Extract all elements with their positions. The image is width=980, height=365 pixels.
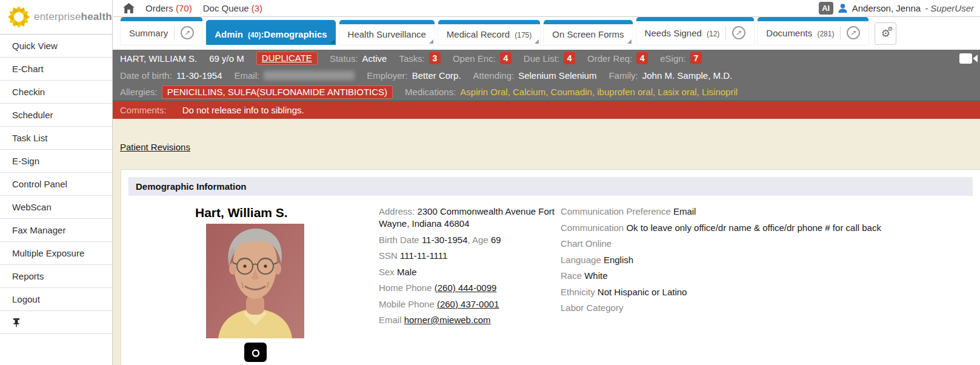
detail-row: SSN 111-11-1111	[379, 250, 561, 262]
tab-label: On Screen Forms	[552, 29, 624, 39]
top-nav: Orders (70) Doc Queue (3) AI Anderson, J…	[113, 0, 980, 17]
detail-label: Communication	[561, 223, 626, 233]
order-req-badge: 4	[636, 52, 648, 64]
sidebar-pin-toggle[interactable]	[0, 311, 112, 334]
sidebar-item-task-list[interactable]: Task List	[0, 127, 112, 150]
detail-label: Home Phone	[379, 283, 435, 293]
sidebar-item-quick-view[interactable]: Quick View	[0, 35, 112, 58]
pin-icon	[12, 318, 21, 327]
detail-label: Chart Online	[561, 238, 612, 249]
medications-list: Aspirin Oral, Calcium, Coumadin, ibuprof…	[460, 87, 738, 97]
detail-link[interactable]: horner@mieweb.com	[404, 315, 491, 325]
sidebar-item-fax-manager[interactable]: Fax Manager	[0, 219, 112, 242]
medication-link[interactable]: Aspirin Oral	[460, 87, 507, 97]
user-menu[interactable]: AI Anderson, Jenna - SuperUser	[819, 2, 974, 15]
detail-label: SSN	[379, 250, 400, 261]
detail-row: Birth Date 11-30-1954, Age 69	[379, 234, 561, 246]
detail-row: Chart Online	[561, 238, 980, 250]
detail-value: English	[604, 255, 633, 265]
section-header: Demographic Information	[128, 177, 973, 196]
allergies-field: Allergies: PENICILLINS, SULFA(SULFONAMID…	[120, 85, 393, 99]
detail-value: Ok to leave only office/dr name & office…	[626, 223, 881, 233]
details-column-left: Address: 2300 Commonwealth Avenue Fort W…	[379, 206, 561, 362]
sidebar-item-logout[interactable]: Logout	[0, 288, 112, 311]
detail-row: Email horner@mieweb.com	[379, 314, 561, 326]
tab-label: Admin (40):Demographics	[215, 29, 327, 39]
detail-link[interactable]: (260) 437-0001	[437, 299, 499, 309]
doc-queue-count: (3)	[252, 3, 262, 13]
sidebar-item-e-sign[interactable]: E-Sign	[0, 150, 112, 173]
detail-row: Language English	[561, 254, 980, 266]
order-req-counter[interactable]: Order Req: 4	[587, 52, 648, 64]
tab-health-surveillance[interactable]: Health Surveillance	[339, 20, 435, 45]
documents-popout-button[interactable]: ↗	[840, 26, 860, 39]
tab-settings-button[interactable]: ⚙ ⚙	[875, 22, 896, 45]
update-photo-button[interactable]	[244, 343, 267, 362]
detail-row: Labor Category	[561, 302, 980, 314]
medication-link[interactable]: Lasix oral	[658, 87, 696, 97]
duplicate-flag[interactable]: DUPLICATE	[256, 52, 318, 65]
tab-admin-demographics[interactable]: Admin (40):Demographics	[206, 20, 335, 45]
demographics-card: Demographic Information Hart, William S.	[121, 169, 980, 365]
video-call-icon[interactable]	[959, 53, 978, 64]
open-enc-counter[interactable]: Open Enc: 4	[453, 52, 512, 64]
patient-revisions-link[interactable]: Patient Revisions	[120, 142, 190, 152]
detail-label: Labor Category	[561, 303, 623, 313]
summary-popout-button[interactable]: ↗	[174, 26, 194, 39]
popout-arrow-icon: ↗	[184, 28, 190, 37]
user-icon	[838, 3, 848, 13]
sidebar: Quick View E-Chart Checkin Scheduler Tas…	[0, 35, 113, 365]
user-name: Anderson, Jenna	[852, 3, 921, 13]
patient-photo[interactable]	[206, 224, 304, 338]
patient-age-sex: 69 y/o M	[209, 53, 244, 64]
esign-counter[interactable]: eSign: 7	[660, 52, 702, 64]
medication-link[interactable]: Coumadin	[551, 87, 592, 97]
tab-dropdown-notch	[330, 39, 335, 44]
allergies-alert[interactable]: PENICILLINS, SULFA(SULFONAMIDE ANTIBIOTI…	[162, 85, 393, 99]
email-field: Email:	[235, 70, 355, 81]
needs-signed-popout-button[interactable]: ↗	[725, 26, 745, 39]
nav-doc-queue[interactable]: Doc Queue (3)	[203, 3, 262, 13]
sidebar-item-e-chart[interactable]: E-Chart	[0, 58, 112, 81]
details-column-right: Communication Preference EmailCommunicat…	[561, 206, 980, 362]
sidebar-item-control-panel[interactable]: Control Panel	[0, 173, 112, 196]
sidebar-item-multiple-exposure[interactable]: Multiple Exposure	[0, 242, 112, 265]
tab-documents[interactable]: Documents (281) ↗	[758, 17, 868, 45]
dob-field: Date of birth: 11-30-1954	[120, 70, 222, 81]
tasks-badge: 3	[429, 52, 441, 64]
tab-summary[interactable]: Summary ↗	[121, 17, 202, 45]
tab-needs-signed[interactable]: Needs Signed (12) ↗	[636, 17, 755, 45]
nav-orders[interactable]: Orders (70)	[145, 3, 192, 13]
medication-link[interactable]: Lisinopril	[702, 87, 738, 97]
detail-value: Not Hispanic or Latino	[598, 287, 687, 297]
home-icon[interactable]	[123, 3, 135, 13]
tab-label: Summary	[129, 28, 168, 38]
open-enc-badge: 4	[500, 52, 512, 64]
detail-row: Ethnicity Not Hispanic or Latino	[561, 286, 980, 298]
photo-column: Hart, William S.	[194, 206, 379, 362]
detail-label: Sex	[379, 267, 397, 277]
detail-label: Email	[379, 315, 404, 325]
sidebar-item-webscan[interactable]: WebScan	[0, 196, 112, 219]
sidebar-item-checkin[interactable]: Checkin	[0, 81, 112, 104]
tab-label: Medical Record (175)	[447, 29, 532, 39]
medication-link[interactable]: ibuprofen oral	[597, 87, 653, 97]
tab-on-screen-forms[interactable]: On Screen Forms	[544, 20, 632, 45]
sidebar-item-reports[interactable]: Reports	[0, 265, 112, 288]
tab-dropdown-notch	[627, 39, 632, 44]
medication-link[interactable]: Calcium	[513, 87, 545, 97]
detail-row: Home Phone (260) 444-0099	[379, 282, 561, 294]
sunburst-logo-icon	[7, 5, 30, 28]
due-list-badge: 4	[564, 52, 575, 64]
detail-label: Race	[561, 270, 584, 281]
due-list-counter[interactable]: Due List: 4	[524, 52, 575, 64]
tab-medical-record[interactable]: Medical Record (175)	[438, 20, 540, 45]
detail-link[interactable]: (260) 444-0099	[435, 283, 497, 293]
ai-badge[interactable]: AI	[819, 2, 833, 15]
detail-label: Mobile Phone	[379, 299, 437, 309]
popout-arrow-icon: ↗	[850, 28, 856, 37]
app-logo[interactable]: enterprisehealth	[0, 0, 113, 35]
sidebar-item-scheduler[interactable]: Scheduler	[0, 104, 112, 127]
family-provider-field: Family: John M. Sample, M.D.	[608, 70, 732, 81]
tasks-counter[interactable]: Tasks: 3	[399, 52, 441, 64]
